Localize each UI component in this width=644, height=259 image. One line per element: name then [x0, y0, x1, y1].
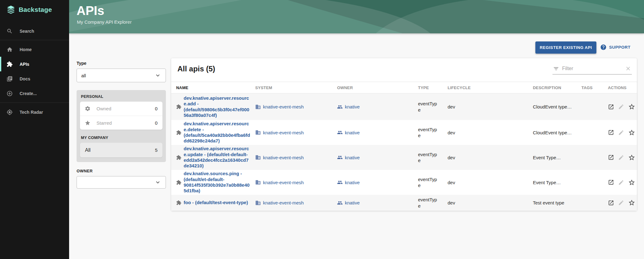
- search-icon: [7, 28, 13, 34]
- description-cell: Test event type: [533, 200, 581, 205]
- owner-link[interactable]: knative: [345, 180, 360, 185]
- owner-group-icon: [337, 155, 343, 160]
- sidebar-item-docs[interactable]: Docs: [0, 71, 69, 86]
- owner-group-icon: [337, 130, 343, 135]
- type-cell: eventType: [418, 176, 443, 189]
- gear-icon: [85, 106, 91, 112]
- column-header-owner[interactable]: OWNER: [337, 85, 418, 90]
- edit-button[interactable]: [618, 130, 624, 136]
- owned-filter-item[interactable]: Owned 0: [80, 102, 162, 116]
- clear-filter-icon[interactable]: [625, 65, 631, 72]
- system-icon: [255, 104, 261, 110]
- column-header-system[interactable]: SYSTEM: [255, 85, 337, 90]
- view-api-button[interactable]: [608, 200, 614, 206]
- table-title: All apis (5): [177, 64, 215, 73]
- system-link[interactable]: knative-event-mesh: [263, 155, 304, 160]
- lifecycle-cell: dev: [448, 155, 533, 160]
- edit-button[interactable]: [618, 155, 624, 161]
- edit-button[interactable]: [618, 104, 624, 110]
- owned-filter-label: Owned: [96, 106, 155, 111]
- sidebar-item-label: Create...: [20, 91, 37, 96]
- system-icon: [255, 200, 261, 206]
- system-link[interactable]: knative-event-mesh: [263, 104, 304, 109]
- owner-group-icon: [337, 200, 343, 206]
- api-name-link[interactable]: dev.knative.sources.ping - (default/et-d…: [184, 171, 251, 194]
- sidebar-item-label: Search: [20, 29, 34, 34]
- star-toggle-button[interactable]: [628, 103, 635, 110]
- view-api-button[interactable]: [608, 104, 614, 110]
- api-name-link[interactable]: foo - (default/test-event-type): [184, 200, 248, 205]
- api-name-link[interactable]: dev.knative.apiserver.resource.update - …: [184, 146, 251, 169]
- api-kind-icon: [176, 130, 181, 135]
- sidebar-item-label: Docs: [20, 76, 30, 81]
- system-icon: [255, 155, 261, 160]
- owner-link[interactable]: knative: [345, 155, 360, 160]
- backstage-logo-icon: [6, 5, 16, 14]
- all-count: 5: [155, 147, 157, 153]
- sidebar-divider: [0, 103, 69, 103]
- personal-section-label: PERSONAL: [80, 94, 162, 99]
- edit-button[interactable]: [618, 200, 624, 206]
- view-api-button[interactable]: [608, 154, 614, 161]
- owner-group-icon: [337, 104, 343, 110]
- docs-icon: [7, 76, 13, 82]
- type-cell: eventType: [418, 101, 443, 113]
- owner-group-icon: [337, 180, 343, 185]
- home-icon: [7, 46, 13, 53]
- system-link[interactable]: knative-event-mesh: [263, 180, 304, 185]
- star-toggle-button[interactable]: [628, 199, 635, 206]
- table-row: dev.knative.apiserver.resource.add - (de…: [171, 94, 637, 120]
- table-row: dev.knative.apiserver.resource.delete - …: [171, 120, 637, 145]
- column-header-description[interactable]: DESCRIPTION: [533, 85, 581, 90]
- description-cell: Event Type…: [533, 180, 581, 185]
- support-button[interactable]: SUPPORT: [600, 44, 631, 50]
- backstage-logo[interactable]: Backstage: [0, 0, 69, 19]
- api-name-link[interactable]: dev.knative.apiserver.resource.delete - …: [184, 121, 251, 144]
- owner-link[interactable]: knative: [345, 130, 360, 135]
- support-label: SUPPORT: [609, 45, 631, 50]
- table-filter-input[interactable]: [562, 66, 622, 71]
- sidebar-divider: [0, 40, 69, 40]
- star-toggle-button[interactable]: [628, 179, 635, 186]
- type-select[interactable]: all: [77, 69, 166, 82]
- star-toggle-button[interactable]: [628, 154, 635, 161]
- table-row: foo - (default/test-event-type) knative-…: [171, 195, 637, 211]
- sidebar-item-label: Tech Radar: [20, 110, 43, 115]
- edit-button[interactable]: [618, 180, 624, 185]
- column-header-type[interactable]: TYPE: [418, 85, 448, 90]
- table-row: dev.knative.sources.ping - (default/et-d…: [171, 170, 637, 195]
- column-header-name[interactable]: NAME: [176, 85, 255, 90]
- owner-link[interactable]: knative: [345, 200, 360, 205]
- sidebar-item-search[interactable]: Search: [0, 24, 69, 38]
- sidebar-item-home[interactable]: Home: [0, 42, 69, 57]
- description-cell: CloudEvent type…: [533, 104, 581, 109]
- description-cell: CloudEvent type…: [533, 130, 581, 135]
- sidebar-item-label: Home: [20, 47, 32, 52]
- entity-picker-card: PERSONAL Owned 0 Starred 0 MY COMPANY Al…: [77, 90, 166, 162]
- owned-count: 0: [155, 106, 157, 111]
- filter-icon: [553, 66, 559, 72]
- star-toggle-button[interactable]: [628, 129, 635, 136]
- sidebar-item-tech-radar[interactable]: Tech Radar: [0, 105, 69, 119]
- sidebar: Backstage Search Home APIs Docs Create..…: [0, 0, 69, 259]
- column-header-tags[interactable]: TAGS: [581, 85, 608, 90]
- lifecycle-cell: dev: [448, 200, 533, 205]
- starred-filter-label: Starred: [96, 120, 155, 126]
- starred-filter-item[interactable]: Starred 0: [80, 116, 162, 130]
- owner-select[interactable]: [77, 176, 166, 189]
- view-api-button[interactable]: [608, 179, 614, 185]
- lifecycle-cell: dev: [448, 104, 533, 109]
- column-header-lifecycle[interactable]: LIFECYCLE: [448, 85, 533, 90]
- table-row: dev.knative.apiserver.resource.update - …: [171, 145, 637, 170]
- owner-link[interactable]: knative: [345, 104, 360, 109]
- all-filter-item[interactable]: All 5: [80, 143, 162, 157]
- view-api-button[interactable]: [608, 129, 614, 136]
- sidebar-item-apis[interactable]: APIs: [0, 57, 69, 71]
- lifecycle-cell: dev: [448, 130, 533, 135]
- starred-count: 0: [155, 120, 157, 126]
- sidebar-item-create[interactable]: Create...: [0, 86, 69, 101]
- system-link[interactable]: knative-event-mesh: [263, 200, 304, 205]
- system-link[interactable]: knative-event-mesh: [263, 130, 304, 135]
- api-name-link[interactable]: dev.knative.apiserver.resource.add - (de…: [184, 95, 251, 118]
- register-existing-api-button[interactable]: REGISTER EXISTING API: [535, 41, 596, 54]
